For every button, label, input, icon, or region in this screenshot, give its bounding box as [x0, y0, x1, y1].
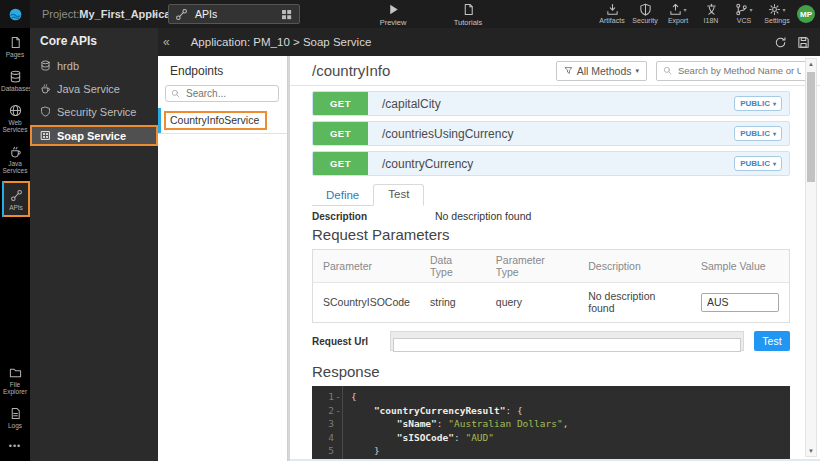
- preview-button[interactable]: Preview: [370, 1, 416, 28]
- vertical-scrollbar[interactable]: ▲ ▼: [805, 58, 817, 457]
- operation-path: /countryCurrency: [382, 157, 473, 171]
- description-value: No description found: [435, 210, 531, 222]
- caret-down-icon: ▾: [773, 160, 776, 167]
- method-search-input[interactable]: [676, 64, 803, 77]
- sidebar-item-file-explorer[interactable]: File Explorer: [0, 360, 30, 399]
- pages-icon: [9, 36, 22, 49]
- fold-marker: -: [334, 404, 342, 418]
- sample-value-input[interactable]: [701, 293, 779, 312]
- core-apis-panel: Core APIs hrdbJava ServiceSecurity Servi…: [30, 28, 158, 461]
- play-icon: [387, 3, 400, 16]
- tab-define[interactable]: Define: [312, 186, 373, 206]
- core-api-item-java-service[interactable]: Java Service: [30, 79, 158, 98]
- topbar-action-icon-row: ▾: [735, 3, 752, 16]
- fold-marker: [334, 444, 342, 458]
- scroll-up-arrow-icon[interactable]: ▲: [806, 60, 816, 68]
- endpoints-search-input[interactable]: [184, 87, 273, 100]
- logs-icon: [9, 407, 22, 420]
- scrollbar-thumb[interactable]: [807, 72, 815, 182]
- caret-down-icon: ▾: [773, 100, 776, 107]
- topbar-action-icon-row: [705, 3, 718, 16]
- sidebar-item-pages[interactable]: Pages: [0, 30, 30, 62]
- access-dropdown[interactable]: PUBLIC▾: [734, 126, 782, 141]
- sidebar-more-button[interactable]: •••: [0, 433, 30, 461]
- operation-row--countriesusingcurrency[interactable]: GET/countriesUsingCurrencyPUBLIC▾: [312, 121, 790, 146]
- caret-down-icon: ▾: [773, 130, 776, 137]
- wavemaker-logo-icon: [9, 8, 22, 21]
- filter-icon: [564, 66, 573, 75]
- java-services-icon: [9, 145, 22, 158]
- core-api-item-hrdb[interactable]: hrdb: [30, 56, 158, 75]
- sidebar-item-databases[interactable]: Databases: [0, 64, 30, 96]
- request-parameters-table: ParameterData TypeParameter TypeDescript…: [312, 249, 790, 323]
- tutorials-button[interactable]: Tutorials: [442, 1, 494, 28]
- save-icon[interactable]: [797, 36, 810, 49]
- request-url-input[interactable]: [393, 338, 741, 352]
- sidebar-item-java-services[interactable]: Java Services: [0, 139, 30, 178]
- caret-down-icon: ▾: [749, 6, 752, 13]
- application-header-icons: [774, 36, 810, 49]
- sidebar-item-apis[interactable]: APIs: [2, 181, 30, 217]
- chevron-right-icon: ›: [152, 0, 156, 28]
- settings-icon: [768, 3, 781, 16]
- topbar-action-label: Artifacts: [599, 17, 624, 24]
- gutter-line: 3: [312, 417, 342, 431]
- column-header-parameter-type: Parameter Type: [486, 250, 578, 283]
- endpoints-title: Endpoints: [158, 56, 287, 78]
- topbar-action-icon-row: ▾: [669, 3, 686, 16]
- column-header-parameter: Parameter: [313, 250, 420, 283]
- topbar-action-label: VCS: [737, 17, 751, 24]
- topbar-action-vcs[interactable]: ▾VCS: [731, 3, 757, 24]
- gutter-line: 6: [312, 458, 342, 461]
- column-header-sample-value: Sample Value: [691, 250, 790, 283]
- sidebar-item-label: APIs: [2, 204, 30, 211]
- sidebar-item-logs[interactable]: Logs: [0, 401, 30, 433]
- database-icon: [40, 60, 51, 71]
- topbar-action-settings[interactable]: ▾Settings: [764, 3, 790, 24]
- core-api-item-security-service[interactable]: Security Service: [30, 102, 158, 121]
- grid-icon[interactable]: [280, 8, 293, 21]
- method-search[interactable]: [656, 61, 810, 81]
- sidebar-item-label: Logs: [1, 422, 29, 429]
- response-code-editor: 1-2-3456 { "countryCurrencyResult": { "s…: [312, 386, 790, 461]
- topbar-action-i18n[interactable]: I18N: [698, 3, 724, 24]
- topbar-action-label: Settings: [764, 17, 789, 24]
- caret-down-icon: ▾: [782, 6, 785, 13]
- application-title: Application: PM_10 > Soap Service: [191, 36, 372, 48]
- fold-marker: [334, 431, 342, 445]
- topbar-action-artifacts[interactable]: Artifacts: [599, 3, 625, 24]
- topbar-action-security[interactable]: Security: [632, 3, 658, 24]
- apis-workspace-tab[interactable]: APIs: [168, 4, 300, 24]
- test-button[interactable]: Test: [754, 331, 790, 351]
- endpoint-item-countryinfoservice[interactable]: CountryInfoService: [158, 109, 287, 134]
- methods-filter-dropdown[interactable]: All Methods ▾: [556, 61, 647, 81]
- method-badge: GET: [313, 92, 368, 115]
- refresh-icon[interactable]: [774, 36, 787, 49]
- core-api-item-label: hrdb: [57, 60, 79, 72]
- app-logo[interactable]: [0, 0, 30, 28]
- topbar-action-label: Security: [632, 17, 657, 24]
- operation-row--capitalcity[interactable]: GET/capitalCityPUBLIC▾: [312, 91, 790, 116]
- topbar-action-export[interactable]: ▾Export: [665, 3, 691, 24]
- tab-test[interactable]: Test: [373, 184, 424, 206]
- code-line: "sISOCode": "AUD": [351, 431, 568, 445]
- access-dropdown[interactable]: PUBLIC▾: [734, 156, 782, 171]
- sidebar-item-label: Web Services: [1, 119, 29, 133]
- operation-row--countrycurrency[interactable]: GET/countryCurrencyPUBLIC▾: [312, 151, 790, 176]
- core-api-item-soap-service[interactable]: Soap Service: [30, 125, 158, 146]
- file-explorer-icon: [9, 366, 22, 379]
- sidebar-bottom-items: File ExplorerLogs: [0, 358, 30, 433]
- collapse-panel-icon[interactable]: «: [163, 35, 170, 49]
- sidebar-item-label: Pages: [1, 51, 29, 58]
- endpoints-search[interactable]: [165, 85, 279, 102]
- search-icon: [171, 89, 180, 98]
- column-header-description: Description: [578, 250, 691, 283]
- sidebar-item-web-services[interactable]: Web Services: [0, 98, 30, 137]
- tutorials-label: Tutorials: [454, 18, 482, 27]
- sidebar-item-label: File Explorer: [1, 381, 29, 395]
- methods-filter-label: All Methods: [577, 65, 632, 77]
- export-icon: [669, 3, 682, 16]
- user-avatar[interactable]: MP: [797, 5, 815, 23]
- access-dropdown[interactable]: PUBLIC▾: [734, 96, 782, 111]
- scroll-down-arrow-icon[interactable]: ▼: [806, 447, 816, 455]
